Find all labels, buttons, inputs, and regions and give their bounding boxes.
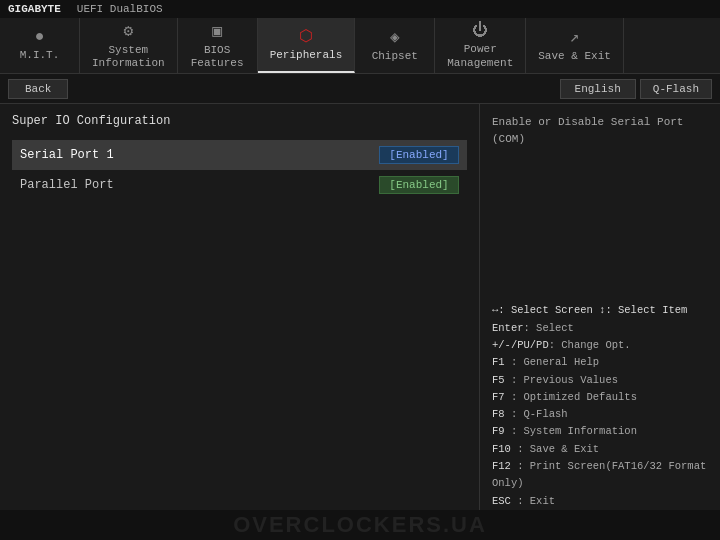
- back-button[interactable]: Back: [8, 79, 68, 99]
- help-text: Enable or Disable Serial Port (COM): [492, 114, 708, 147]
- tab-bios-features-label: BIOSFeatures: [191, 44, 244, 70]
- keybind-f12: F12 : Print Screen(FAT16/32 Format Only): [492, 458, 708, 493]
- nav-tabs: ● M.I.T. ⚙ SystemInformation ▣ BIOSFeatu…: [0, 18, 720, 74]
- keybind-f5: F5 : Previous Values: [492, 372, 708, 389]
- section-title: Super IO Configuration: [12, 114, 467, 128]
- left-panel: Super IO Configuration Serial Port 1 [En…: [0, 104, 480, 510]
- bottom-bar: OVERCLOCKERS.UA: [0, 510, 720, 540]
- key-help: ↔: Select Screen ↕: Select Item Enter: S…: [480, 302, 720, 510]
- keybind-f1: F1 : General Help: [492, 354, 708, 371]
- tab-system-info-label: SystemInformation: [92, 44, 165, 70]
- keybind-f7: F7 : Optimized Defaults: [492, 389, 708, 406]
- peripherals-icon: ⬡: [299, 26, 313, 46]
- tab-save-exit-label: Save & Exit: [538, 50, 611, 63]
- watermark-text: OVERCLOCKERS.UA: [233, 512, 487, 538]
- chipset-icon: ◈: [390, 27, 400, 47]
- config-item-parallel-port[interactable]: Parallel Port [Enabled]: [12, 170, 467, 200]
- tab-peripherals-label: Peripherals: [270, 49, 343, 62]
- keybind-change: +/-/PU/PD: Change Opt.: [492, 337, 708, 354]
- config-item-serial-port[interactable]: Serial Port 1 [Enabled]: [12, 140, 467, 170]
- parallel-port-value: [Enabled]: [379, 176, 459, 194]
- qflash-button[interactable]: Q-Flash: [640, 79, 712, 99]
- tab-mit-label: M.I.T.: [20, 49, 60, 62]
- top-bar: GIGABYTE UEFI DualBIOS: [0, 0, 720, 18]
- brand-label: GIGABYTE: [8, 3, 61, 15]
- keybind-f10: F10 : Save & Exit: [492, 441, 708, 458]
- action-bar: Back English Q-Flash: [0, 74, 720, 104]
- save-exit-icon: ↗: [570, 27, 580, 47]
- tab-mit[interactable]: ● M.I.T.: [0, 18, 80, 73]
- serial-port-value: [Enabled]: [379, 146, 459, 164]
- tab-chipset-label: Chipset: [372, 50, 418, 63]
- tab-save-exit[interactable]: ↗ Save & Exit: [526, 18, 624, 73]
- tab-power-label: PowerManagement: [447, 43, 513, 69]
- tab-chipset[interactable]: ◈ Chipset: [355, 18, 435, 73]
- keybind-f8: F8 : Q-Flash: [492, 406, 708, 423]
- serial-port-label: Serial Port 1: [20, 148, 379, 162]
- tab-bios-features[interactable]: ▣ BIOSFeatures: [178, 18, 258, 73]
- tab-peripherals[interactable]: ⬡ Peripherals: [258, 18, 356, 73]
- keybind-esc: ESC : Exit: [492, 493, 708, 510]
- keybind-f9: F9 : System Information: [492, 423, 708, 440]
- language-button[interactable]: English: [560, 79, 636, 99]
- mit-icon: ●: [35, 28, 45, 46]
- tab-system-information[interactable]: ⚙ SystemInformation: [80, 18, 178, 73]
- tab-power-management[interactable]: ⏻ PowerManagement: [435, 18, 526, 73]
- keybind-enter: Enter: Select: [492, 320, 708, 337]
- system-info-icon: ⚙: [123, 21, 133, 41]
- parallel-port-label: Parallel Port: [20, 178, 379, 192]
- bios-label: UEFI DualBIOS: [77, 3, 163, 15]
- power-icon: ⏻: [472, 21, 488, 40]
- bios-features-icon: ▣: [212, 21, 222, 41]
- keybind-select-screen: ↔: Select Screen ↕: Select Item: [492, 302, 708, 319]
